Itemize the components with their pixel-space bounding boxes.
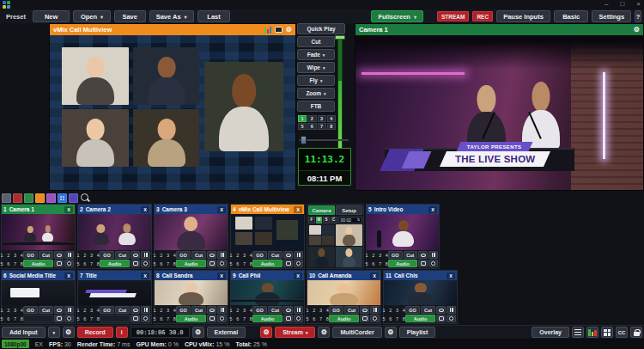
monitor-icon[interactable] <box>54 260 64 267</box>
chevron-down-icon[interactable]: ▾ <box>185 14 187 20</box>
record-button[interactable]: Record <box>77 327 113 338</box>
gear-icon[interactable]: ⚙ <box>634 26 640 34</box>
solo-icon[interactable] <box>217 315 227 322</box>
solo-icon[interactable] <box>217 260 227 267</box>
input-panel-camera2[interactable]: 2Camera 2X 1 2 3 4GOCut 5 6 7 8Audio <box>77 204 152 269</box>
solo-icon[interactable] <box>428 260 438 267</box>
close-icon[interactable]: X <box>294 272 302 279</box>
layer-numbers-5-8[interactable]: 5 6 7 8 <box>155 260 175 267</box>
wipe-button[interactable]: Wipe▾ <box>297 62 335 73</box>
solo-icon[interactable] <box>64 260 74 267</box>
input-thumbnail[interactable] <box>2 214 75 250</box>
audio-button-disabled[interactable] <box>100 315 130 322</box>
go-button[interactable]: GO <box>405 306 420 314</box>
close-icon[interactable]: X <box>141 206 149 213</box>
new-button[interactable]: New <box>33 10 70 22</box>
go-button[interactable]: GO <box>100 251 114 259</box>
solo-icon[interactable] <box>141 260 150 267</box>
layer-numbers-1-4[interactable]: 1 2 3 4 <box>155 251 175 259</box>
layer-numbers-1-4[interactable]: 1 2 3 4 <box>308 306 328 314</box>
cut-button[interactable]: Cut <box>39 251 53 259</box>
category-all-button[interactable] <box>58 193 67 203</box>
stream-settings-gear-icon[interactable]: ⚙ <box>260 327 272 338</box>
basic-button[interactable]: Basic <box>554 10 589 22</box>
settings-button[interactable]: Settings <box>592 10 631 22</box>
layer-numbers-5-8[interactable]: 5 6 7 8 <box>155 315 175 322</box>
call-mini-thumbnail[interactable] <box>336 224 362 246</box>
audio-button[interactable]: Audio <box>329 315 359 322</box>
layer-numbers-5-8[interactable]: 5 6 7 8 <box>368 260 387 267</box>
fly-button[interactable]: Fly▾ <box>297 75 335 86</box>
last-button[interactable]: Last <box>197 10 231 22</box>
cut-button[interactable]: Cut <box>39 306 53 314</box>
layer-numbers-1-4[interactable]: 1 2 3 4 <box>385 306 404 314</box>
category-purple-button[interactable] <box>46 193 56 203</box>
audio-button[interactable]: Audio <box>23 260 53 267</box>
close-icon[interactable]: X <box>447 272 455 279</box>
layer-numbers-1-4[interactable]: 1 2 3 4 <box>155 306 175 314</box>
go-button[interactable]: GO <box>100 306 114 314</box>
preview-video[interactable] <box>50 35 295 190</box>
program-titlebar[interactable]: Camera 1 ⚙ <box>355 24 643 35</box>
layer-numbers-1-4[interactable]: 1 2 3 4 <box>79 306 99 314</box>
go-button[interactable]: GO <box>252 251 267 259</box>
pause-icon[interactable] <box>64 306 74 314</box>
input-panel-social-title[interactable]: 6Social Media TitleX 1 2 3 4GOCut 5 6 7 … <box>1 270 76 324</box>
pause-icon[interactable] <box>370 306 380 314</box>
go-button[interactable]: GO <box>252 306 267 314</box>
pause-icon[interactable] <box>294 306 303 314</box>
chevron-down-icon[interactable]: ▾ <box>100 14 103 20</box>
close-icon[interactable]: X <box>428 206 437 213</box>
solo-icon[interactable] <box>294 260 303 267</box>
monitor-icon[interactable] <box>54 315 64 322</box>
input-thumbnail[interactable] <box>78 214 151 250</box>
menu-icon[interactable] <box>572 327 584 338</box>
go-button[interactable]: GO <box>176 306 191 314</box>
category-green-button[interactable] <box>24 193 33 203</box>
fullscreen-output-icon[interactable] <box>275 27 283 33</box>
monitor-icon[interactable] <box>131 260 140 267</box>
input-thumbnail[interactable] <box>384 280 457 305</box>
input-panel-call-chis[interactable]: 11Call ChisX 1 2 3 4GOCut 5 6 7 8Audio <box>383 270 458 324</box>
loop-icon[interactable] <box>360 306 369 314</box>
overlay-2-button[interactable]: 2 <box>307 115 316 122</box>
loop-icon[interactable] <box>436 306 446 314</box>
audio-button[interactable]: Audio <box>176 315 206 322</box>
call-mode-s-button[interactable]: S <box>323 217 330 223</box>
chevron-down-icon[interactable]: ▾ <box>414 14 416 20</box>
zoom-button[interactable]: Zoom▾ <box>297 88 335 99</box>
program-video[interactable]: TAYLOR PRESENTS THE LIVE SHOW <box>355 35 643 190</box>
input-thumbnail[interactable] <box>155 280 228 305</box>
layer-numbers-1-4[interactable]: 1 2 3 4 <box>232 251 252 259</box>
call-camera-button[interactable]: Camera <box>308 205 335 215</box>
call-duration-spinner[interactable]: 00:02⇅ <box>338 217 363 223</box>
cut-button[interactable]: Cut <box>115 306 130 314</box>
minimize-button[interactable]: – <box>605 0 608 9</box>
monitor-icon[interactable] <box>436 315 446 322</box>
pause-icon[interactable] <box>217 306 227 314</box>
layer-numbers-5-8[interactable]: 5 6 7 8 <box>3 315 22 322</box>
layout-grid-icon[interactable] <box>601 327 613 338</box>
input-thumbnail[interactable] <box>78 280 151 305</box>
ftb-button[interactable]: FTB <box>297 101 335 112</box>
close-icon[interactable]: X <box>217 272 226 279</box>
external-settings-gear-icon[interactable]: ⚙ <box>192 327 204 338</box>
save-as-button[interactable]: Save As▾ <box>149 10 194 22</box>
pause-icon[interactable] <box>217 251 227 259</box>
layer-numbers-5-8[interactable]: 5 6 7 8 <box>3 260 22 267</box>
monitor-icon[interactable] <box>207 315 216 322</box>
monitor-icon[interactable] <box>360 315 369 322</box>
add-input-dropdown[interactable]: ▾ <box>48 327 60 338</box>
layer-numbers-1-4[interactable]: 1 2 3 4 <box>368 251 387 259</box>
category-gray-button[interactable] <box>2 193 11 203</box>
preview-titlebar[interactable]: vMix Call Multiview ⚙ <box>50 24 295 35</box>
help-button[interactable]: ? <box>635 10 641 22</box>
category-violet-button[interactable] <box>69 193 78 203</box>
input-panel-camera1[interactable]: 1Camera 1X 1 2 3 4GOCut 5 6 7 8Audio <box>1 204 76 269</box>
open-button[interactable]: Open▾ <box>73 10 110 22</box>
input-panel-call-amanda[interactable]: 10Call AmandaX 1 2 3 4GOCut 5 6 7 8Audio <box>307 270 381 324</box>
monitor-icon[interactable] <box>283 260 293 267</box>
audio-meters-icon[interactable] <box>586 327 598 338</box>
overlay-6-button[interactable]: 6 <box>307 123 316 130</box>
call-mini-multiview[interactable] <box>308 224 335 246</box>
